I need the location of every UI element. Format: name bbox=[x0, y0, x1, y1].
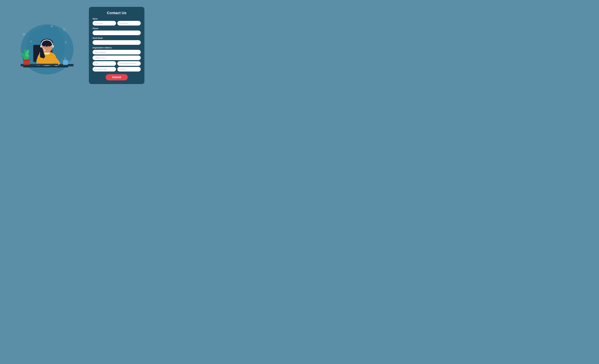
first-name-input[interactable] bbox=[93, 21, 116, 26]
postal-country-row bbox=[93, 67, 141, 71]
illustration bbox=[5, 3, 89, 88]
name-input-row bbox=[93, 21, 141, 26]
address-label: Organization Address bbox=[93, 47, 141, 49]
svg-point-22 bbox=[47, 46, 49, 48]
city-input[interactable] bbox=[93, 61, 116, 66]
form-title: Contact Us bbox=[93, 11, 141, 15]
state-input[interactable] bbox=[117, 61, 141, 66]
svg-point-25 bbox=[44, 50, 45, 51]
submit-button[interactable]: Submit bbox=[106, 74, 128, 80]
svg-point-29 bbox=[23, 33, 25, 35]
email-label: Work Email bbox=[93, 37, 141, 39]
last-name-input[interactable] bbox=[117, 21, 141, 26]
svg-point-21 bbox=[45, 46, 46, 48]
address-line2-input[interactable] bbox=[93, 55, 141, 60]
name-field-group: Name bbox=[93, 18, 141, 26]
svg-rect-28 bbox=[35, 64, 58, 65]
address-field-group: Organization Address bbox=[93, 47, 141, 71]
email-input[interactable] bbox=[93, 40, 141, 45]
postal-input[interactable] bbox=[93, 67, 116, 71]
phone-label: Phone bbox=[93, 27, 141, 29]
name-label: Name bbox=[93, 18, 141, 20]
contact-form-card: Contact Us Name Phone Work Email Organiz… bbox=[89, 7, 144, 84]
phone-input[interactable] bbox=[93, 31, 141, 35]
svg-rect-23 bbox=[40, 45, 42, 48]
svg-point-14 bbox=[63, 60, 68, 61]
svg-rect-24 bbox=[52, 45, 54, 48]
email-field-group: Work Email bbox=[93, 37, 141, 45]
country-input[interactable] bbox=[117, 67, 141, 71]
street-address-input[interactable] bbox=[93, 50, 141, 54]
svg-rect-2 bbox=[23, 66, 68, 67]
city-state-row bbox=[93, 61, 141, 66]
page-wrapper: Contact Us Name Phone Work Email Organiz… bbox=[0, 0, 150, 91]
phone-field-group: Phone bbox=[93, 27, 141, 35]
svg-point-31 bbox=[63, 28, 65, 31]
